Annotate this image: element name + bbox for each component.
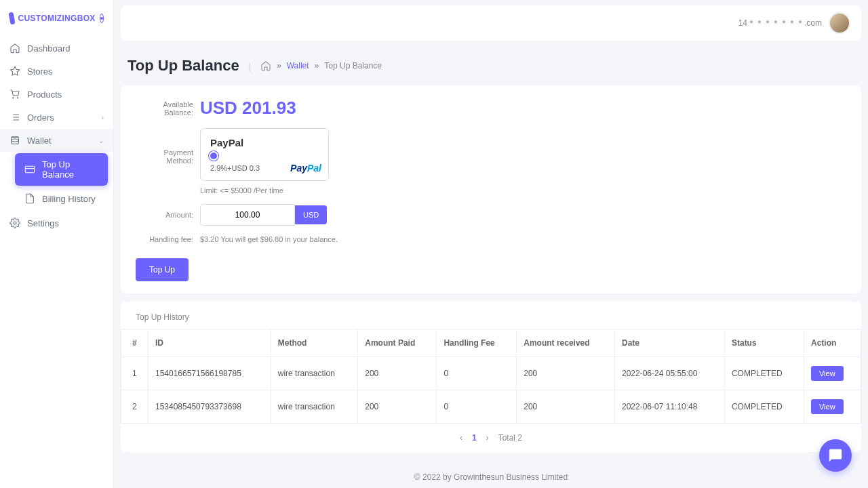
table-cell: 1 bbox=[121, 357, 149, 390]
sidebar-item-dashboard[interactable]: Dashboard bbox=[0, 37, 113, 60]
table-header: Date bbox=[614, 329, 724, 357]
table-cell: 2 bbox=[121, 390, 149, 424]
table-cell: COMPLETED bbox=[724, 357, 804, 390]
balance-label: Available Balance: bbox=[136, 100, 193, 117]
history-card: Top Up History #IDMethodAmount PaidHandl… bbox=[121, 302, 861, 452]
balance-value: USD 201.93 bbox=[200, 98, 296, 119]
table-cell: 200 bbox=[517, 390, 615, 424]
breadcrumb-wallet[interactable]: Wallet bbox=[287, 61, 309, 70]
table-cell: 200 bbox=[517, 357, 615, 390]
table-header: # bbox=[121, 329, 149, 357]
payment-limit: Limit: <= $5000 /Per time bbox=[200, 186, 846, 195]
amount-currency: USD bbox=[295, 205, 327, 224]
table-cell: 1540166571566198785 bbox=[149, 357, 271, 390]
table-row: 21534085450793373698wire transaction2000… bbox=[121, 390, 861, 424]
topup-button[interactable]: Top Up bbox=[136, 258, 189, 281]
card-icon bbox=[24, 164, 35, 175]
breadcrumb-sep: » bbox=[315, 61, 319, 70]
sidebar-label: Dashboard bbox=[27, 43, 71, 54]
table-header: Amount received bbox=[517, 329, 615, 357]
sidebar-item-orders[interactable]: Orders › bbox=[0, 106, 113, 129]
amount-label: Amount: bbox=[136, 211, 193, 219]
user-email: 14＊＊＊＊＊＊＊.com bbox=[738, 18, 822, 29]
logo-icon bbox=[8, 12, 15, 25]
page-total: Total 2 bbox=[498, 433, 522, 443]
payment-method-label: Payment Method: bbox=[136, 148, 193, 165]
main-content: 14＊＊＊＊＊＊＊.com Top Up Balance | » Wallet … bbox=[114, 0, 868, 488]
table-header: Handling Fee bbox=[437, 329, 517, 357]
table-cell: View bbox=[804, 390, 861, 424]
breadcrumb-sep: » bbox=[277, 61, 281, 70]
table-cell: 200 bbox=[358, 390, 437, 424]
view-button[interactable]: View bbox=[811, 366, 844, 381]
sidebar-subitem-topup[interactable]: Top Up Balance bbox=[15, 153, 108, 186]
sidebar-label: Products bbox=[27, 89, 62, 100]
radio-selected-icon bbox=[210, 152, 217, 159]
home-icon bbox=[9, 43, 20, 54]
table-cell: 200 bbox=[358, 357, 437, 390]
amount-input[interactable] bbox=[200, 204, 295, 226]
breadcrumb-current: Top Up Balance bbox=[324, 61, 382, 70]
table-header: ID bbox=[149, 329, 271, 357]
sidebar-item-settings[interactable]: Settings bbox=[0, 211, 113, 235]
handling-fee-text: $3.20 You will get $96.80 in your balanc… bbox=[200, 235, 338, 243]
sidebar-label: Stores bbox=[27, 66, 53, 77]
sidebar-label: Top Up Balance bbox=[42, 159, 98, 180]
page-prev-icon[interactable]: ‹ bbox=[460, 433, 462, 443]
sidebar-subitem-billing[interactable]: Billing History bbox=[15, 187, 108, 210]
cart-icon bbox=[9, 89, 20, 100]
list-icon bbox=[9, 112, 20, 123]
top-bar: 14＊＊＊＊＊＊＊.com bbox=[121, 5, 861, 41]
table-cell: COMPLETED bbox=[724, 390, 804, 424]
history-table: #IDMethodAmount PaidHandling FeeAmount r… bbox=[121, 329, 861, 424]
gear-icon bbox=[9, 218, 20, 228]
home-icon[interactable] bbox=[260, 60, 271, 71]
page-title: Top Up Balance bbox=[127, 57, 239, 75]
star-icon bbox=[9, 66, 20, 77]
footer-copyright: © 2022 by Growinthesun Business Limited bbox=[114, 456, 868, 488]
table-cell: wire transaction bbox=[271, 390, 357, 424]
breadcrumb: » Wallet » Top Up Balance bbox=[260, 60, 382, 71]
sidebar-item-products[interactable]: Products bbox=[0, 83, 113, 106]
table-header: Status bbox=[724, 329, 804, 357]
chat-icon bbox=[828, 448, 843, 463]
page-next-icon[interactable]: › bbox=[486, 433, 489, 443]
brand-ring-icon bbox=[100, 14, 104, 23]
payment-method-paypal[interactable]: PayPal 2.9%+USD 0.3 PayPal bbox=[200, 128, 329, 181]
topup-card: Available Balance: USD 201.93 Payment Me… bbox=[121, 85, 861, 293]
file-icon bbox=[24, 193, 35, 204]
sidebar-label: Orders bbox=[27, 113, 54, 123]
table-cell: 2022-06-07 11:10:48 bbox=[614, 390, 724, 424]
handling-fee-label: Handling fee: bbox=[136, 235, 193, 243]
chat-fab[interactable] bbox=[819, 439, 852, 472]
brand-name: CUSTOMIZINGBOX bbox=[18, 14, 96, 23]
table-header: Method bbox=[271, 329, 357, 357]
brand-logo[interactable]: CUSTOMIZINGBOX bbox=[0, 5, 113, 37]
sidebar-item-stores[interactable]: Stores bbox=[0, 60, 113, 83]
page-current[interactable]: 1 bbox=[472, 433, 477, 443]
svg-point-2 bbox=[14, 222, 16, 224]
table-header: Action bbox=[804, 329, 861, 357]
table-row: 11540166571566198785wire transaction2000… bbox=[121, 357, 861, 390]
history-title: Top Up History bbox=[121, 302, 861, 329]
table-header: Amount Paid bbox=[358, 329, 437, 357]
sidebar: CUSTOMIZINGBOX Dashboard Stores Products… bbox=[0, 0, 114, 488]
sidebar-label: Settings bbox=[27, 218, 59, 228]
table-cell: 0 bbox=[437, 390, 517, 424]
sidebar-label: Billing History bbox=[42, 194, 96, 204]
view-button[interactable]: View bbox=[811, 399, 844, 414]
paypal-logo-icon: PayPal bbox=[290, 163, 321, 174]
pagination: ‹ 1 › Total 2 bbox=[121, 424, 861, 452]
avatar[interactable] bbox=[829, 12, 850, 34]
table-cell: 2022-06-24 05:55:00 bbox=[614, 357, 724, 390]
table-cell: View bbox=[804, 357, 861, 390]
svg-rect-1 bbox=[25, 166, 34, 172]
wallet-icon bbox=[9, 135, 20, 146]
table-cell: 1534085450793373698 bbox=[149, 390, 271, 424]
paypal-title: PayPal bbox=[210, 137, 319, 148]
chevron-down-icon: ⌄ bbox=[98, 137, 104, 144]
table-cell: wire transaction bbox=[271, 357, 357, 390]
sidebar-item-wallet[interactable]: Wallet ⌄ bbox=[0, 129, 113, 152]
chevron-right-icon: › bbox=[102, 114, 104, 121]
svg-point-0 bbox=[12, 139, 19, 142]
